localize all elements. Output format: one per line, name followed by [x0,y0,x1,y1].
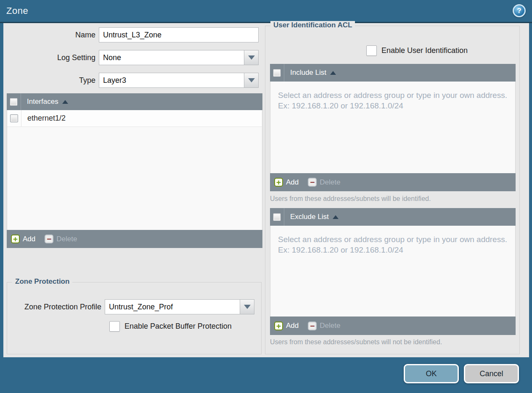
interfaces-table-body: ethernet1/2 [7,110,262,230]
exclude-delete-label: Delete [320,322,340,330]
include-list-footer: + Add − Delete [270,173,516,191]
interfaces-delete-label: Delete [56,235,77,243]
packet-buffer-protection-checkbox[interactable] [109,321,120,332]
interfaces-column-header[interactable]: Interfaces [27,98,58,106]
include-list-body: Select an address or address group or ty… [270,82,516,173]
interfaces-select-all-cell [7,93,21,110]
enable-user-identification-row: Enable User Identification [366,45,468,56]
include-select-all-cell [270,64,284,82]
plus-icon: + [11,235,20,243]
zone-protection-legend: Zone Protection [12,277,72,286]
enable-user-identification-label: Enable User Identification [381,46,468,55]
chevron-down-icon [244,305,251,309]
interface-row-checkbox[interactable] [10,114,18,122]
user-identification-section: User Identification ACL Enable User Iden… [265,26,520,354]
include-add-label: Add [286,178,299,187]
exclude-list-table: Exclude List Select an address or addres… [270,208,516,335]
minus-icon: − [45,235,53,243]
exclude-delete-button[interactable]: − Delete [308,322,340,330]
chevron-down-icon [248,78,255,82]
type-label: Type [3,73,99,88]
zone-dialog: { "dialog": { "title": "Zone" }, "form":… [0,0,532,393]
sort-ascending-icon [62,100,68,104]
log-setting-row: Log Setting [3,50,259,65]
dialog-titlebar: Zone ? [0,0,532,22]
zone-protection-profile-dropdown-button[interactable] [240,299,254,314]
log-setting-label: Log Setting [3,50,99,65]
exclude-list-caption: Users from these addresses/subnets will … [270,338,442,346]
interface-row-checkbox-cell [7,110,21,127]
interface-row[interactable]: ethernet1/2 [7,110,262,127]
minus-icon: − [308,322,317,330]
include-delete-button[interactable]: − Delete [308,178,340,187]
interfaces-table: Interfaces ethernet1/2 + Add − Delete [7,93,262,248]
zone-protection-profile-label: Zone Protection Profile [7,299,105,314]
plus-icon: + [274,178,283,187]
interface-name: ethernet1/2 [27,114,66,123]
exclude-select-all-checkbox[interactable] [273,213,281,221]
exclude-list-footer: + Add − Delete [270,317,516,335]
exclude-select-all-cell [270,208,284,226]
exclude-list-body: Select an address or address group or ty… [270,226,516,317]
include-list-placeholder: Select an address or address group or ty… [270,82,515,119]
help-icon[interactable]: ? [513,4,526,17]
type-row: Type [3,73,259,88]
exclude-list-placeholder: Select an address or address group or ty… [270,226,515,264]
include-delete-label: Delete [320,178,340,187]
chevron-down-icon [248,55,255,60]
plus-icon: + [274,322,283,330]
zone-protection-profile-row: Zone Protection Profile [7,299,254,314]
zone-protection-profile-select[interactable] [105,299,240,314]
log-setting-dropdown-button[interactable] [244,50,259,65]
name-label: Name [3,27,99,42]
user-identification-legend: User Identification ACL [270,21,355,29]
sort-ascending-icon [333,215,339,219]
include-add-button[interactable]: + Add [274,178,299,187]
cancel-button[interactable]: Cancel [464,364,519,383]
packet-buffer-protection-row: Enable Packet Buffer Protection [109,321,232,332]
exclude-list-column-header[interactable]: Exclude List [290,213,329,221]
ok-button[interactable]: OK [404,364,459,383]
include-list-column-header[interactable]: Include List [290,69,326,77]
sort-ascending-icon [330,71,336,75]
dialog-title: Zone [6,5,28,16]
include-list-caption: Users from these addresses/subnets will … [270,195,431,203]
interfaces-table-footer: + Add − Delete [7,230,262,248]
name-input[interactable] [99,27,259,42]
interfaces-add-button[interactable]: + Add [11,235,35,243]
log-setting-select[interactable] [99,50,244,65]
include-select-all-checkbox[interactable] [273,69,281,77]
enable-user-identification-checkbox[interactable] [366,45,377,56]
interfaces-add-label: Add [23,235,35,243]
type-select[interactable] [99,73,244,88]
packet-buffer-protection-label: Enable Packet Buffer Protection [124,322,232,331]
interfaces-table-header: Interfaces [7,93,262,110]
exclude-add-label: Add [286,322,299,330]
zone-protection-section: Zone Protection Zone Protection Profile … [7,282,262,354]
type-dropdown-button[interactable] [244,73,259,88]
exclude-add-button[interactable]: + Add [274,322,299,330]
interfaces-select-all-checkbox[interactable] [10,98,18,106]
exclude-list-header: Exclude List [270,208,516,226]
interfaces-delete-button[interactable]: − Delete [45,235,77,243]
include-list-header: Include List [270,64,516,82]
include-list-table: Include List Select an address or addres… [270,64,516,191]
dialog-body: Name Log Setting Type Interfaces [3,23,529,357]
name-row: Name [3,27,259,42]
minus-icon: − [308,178,317,187]
